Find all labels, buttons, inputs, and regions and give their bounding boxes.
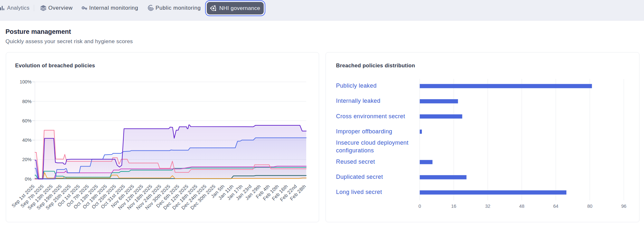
svg-text:100%: 100% <box>20 79 32 84</box>
svg-text:0%: 0% <box>25 177 32 182</box>
svg-text:0: 0 <box>418 204 421 209</box>
svg-text:96: 96 <box>621 204 626 209</box>
svg-text:16: 16 <box>451 204 456 209</box>
svg-text:60%: 60% <box>22 118 32 123</box>
svg-text:32: 32 <box>485 204 490 209</box>
svg-text:40%: 40% <box>22 138 32 143</box>
svg-text:20%: 20% <box>22 157 32 162</box>
svg-text:64: 64 <box>553 204 558 209</box>
svg-text:80: 80 <box>587 204 592 209</box>
svg-text:80%: 80% <box>22 99 32 104</box>
svg-text:48: 48 <box>519 204 524 209</box>
